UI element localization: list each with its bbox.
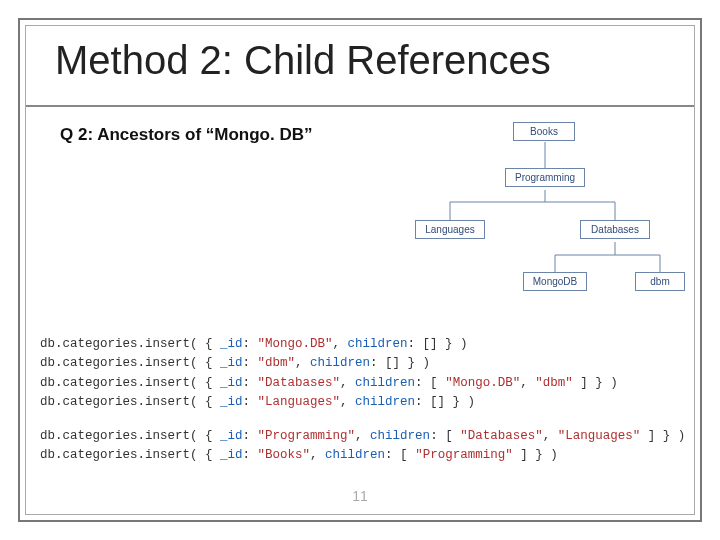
slide-title: Method 2: Child References	[55, 38, 551, 83]
tree-node-programming: Programming	[505, 168, 585, 187]
tree-node-databases: Databases	[580, 220, 650, 239]
slide-subtitle: Q 2: Ancestors of “Mongo. DB”	[60, 125, 313, 145]
title-underline	[26, 105, 694, 107]
tree-node-dbm: dbm	[635, 272, 685, 291]
page-number: 11	[0, 488, 720, 504]
tree-node-languages: Languages	[415, 220, 485, 239]
tree-node-mongodb: MongoDB	[523, 272, 587, 291]
slide: Method 2: Child References Q 2: Ancestor…	[0, 0, 720, 540]
tree-node-books: Books	[513, 122, 575, 141]
tree-diagram: Books Programming Languages Databases Mo…	[405, 120, 685, 315]
code-block: db.categories.insert( { _id: "Mongo.DB",…	[40, 335, 690, 465]
